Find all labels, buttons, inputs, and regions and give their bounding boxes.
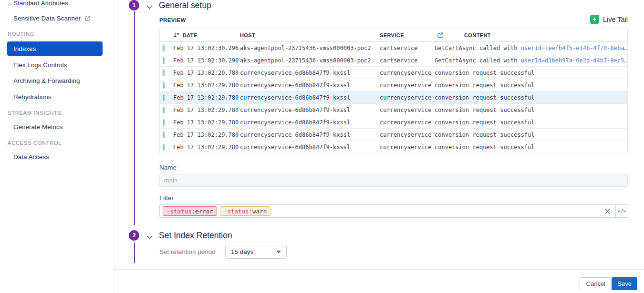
log-service: currencyservice bbox=[380, 94, 435, 101]
log-userid-link[interactable]: userId=1eefb4f5-e14b-4f70-8eba… bbox=[521, 45, 627, 51]
log-content: conversion request successful bbox=[435, 119, 627, 126]
log-service: currencyservice bbox=[380, 82, 435, 89]
filter-tag-exclude-status-warn[interactable]: -status:warn bbox=[220, 206, 270, 216]
code-view-button[interactable]: </> bbox=[616, 204, 628, 218]
log-host: aks-agentpool-23715436-vmss000003-poc2 bbox=[240, 45, 380, 51]
log-host: currencyservice-6d86b847f9-kxssl bbox=[240, 82, 380, 89]
column-header-service: SERVICE bbox=[380, 32, 437, 38]
table-row[interactable]: Feb 17 13:02:29.780 currencyservice-6d86… bbox=[160, 128, 627, 141]
log-content: conversion request successful bbox=[435, 131, 627, 138]
filter-tag-facet: -status: bbox=[166, 208, 195, 215]
log-date: Feb 17 13:02:30.296 bbox=[160, 45, 240, 51]
log-host: currencyservice-6d86b847f9-kxssl bbox=[240, 94, 380, 101]
log-message: conversion request successful bbox=[435, 144, 535, 151]
sidebar-item-label: Generate Metrics bbox=[13, 123, 63, 131]
sidebar-item-rehydrations[interactable]: Rehydrations bbox=[13, 93, 52, 101]
log-service: currencyservice bbox=[380, 144, 435, 151]
log-content: conversion request successful bbox=[435, 94, 627, 101]
step-2-badge: 2 bbox=[129, 230, 139, 241]
name-field-label: Name bbox=[159, 164, 177, 171]
log-message: conversion request successful bbox=[435, 131, 535, 138]
filter-query-input[interactable]: -status:error -status:warn bbox=[159, 204, 616, 218]
sidebar-item-label: Indexes bbox=[7, 45, 36, 52]
log-date: Feb 17 13:02:29.780 bbox=[160, 131, 240, 138]
clear-filter-icon[interactable] bbox=[604, 208, 611, 214]
log-host: aks-agentpool-23715436-vmss000003-poc2 bbox=[240, 57, 380, 64]
log-status-bar bbox=[163, 131, 165, 138]
log-host: currencyservice-6d86b847f9-kxssl bbox=[240, 131, 380, 138]
settings-sidebar: Standard Attributes Sensitive Data Scann… bbox=[0, 0, 114, 293]
log-status-bar bbox=[163, 57, 165, 64]
retention-period-value: 15 days bbox=[226, 248, 276, 255]
name-input[interactable] bbox=[159, 174, 628, 187]
sidebar-item-flex-logs-controls[interactable]: Flex Logs Controls bbox=[13, 61, 67, 69]
retention-period-select[interactable]: 15 days bbox=[225, 245, 287, 259]
table-row[interactable]: Feb 17 13:02:29.780 currencyservice-6d86… bbox=[160, 79, 627, 91]
index-config-panel: 1 General setup PREVIEW Live Tail DATE H… bbox=[114, 0, 644, 293]
chevron-down-icon[interactable] bbox=[146, 233, 153, 242]
log-date: Feb 17 13:02:29.780 bbox=[160, 144, 240, 151]
log-message: conversion request successful bbox=[435, 94, 535, 101]
log-status-bar bbox=[163, 107, 165, 113]
dropdown-caret-icon bbox=[276, 251, 281, 253]
log-status-bar bbox=[163, 45, 165, 51]
live-tail-button[interactable]: Live Tail bbox=[590, 15, 628, 24]
table-row[interactable]: Feb 17 13:02:29.780 currencyservice-6d86… bbox=[160, 141, 627, 153]
table-row[interactable]: Feb 17 13:02:29.780 currencyservice-6d86… bbox=[160, 66, 627, 79]
chevron-down-icon[interactable] bbox=[146, 3, 153, 11]
log-message: conversion request successful bbox=[435, 119, 535, 126]
filter-tag-facet: -status: bbox=[224, 208, 252, 215]
filter-tag-value: error bbox=[195, 208, 213, 215]
log-host: currencyservice-6d86b847f9-kxssl bbox=[240, 107, 380, 113]
sidebar-item-standard-attributes[interactable]: Standard Attributes bbox=[13, 0, 68, 7]
log-message: GetCartAsync called with bbox=[435, 45, 521, 51]
live-tail-label: Live Tail bbox=[603, 16, 628, 23]
table-row[interactable]: Feb 17 13:02:29.780 currencyservice-6d86… bbox=[160, 103, 627, 116]
step-connector-line bbox=[134, 242, 135, 263]
log-status-bar bbox=[163, 70, 165, 76]
open-in-log-explorer-icon[interactable] bbox=[437, 32, 464, 39]
log-message: conversion request successful bbox=[435, 107, 535, 113]
log-date: Feb 17 13:02:29.780 bbox=[160, 107, 240, 113]
sidebar-item-indexes[interactable]: Indexes bbox=[7, 41, 103, 56]
sidebar-item-generate-metrics[interactable]: Generate Metrics bbox=[13, 123, 63, 131]
log-content: conversion request successful bbox=[435, 144, 627, 151]
table-header-row: DATE HOST SERVICE CONTENT bbox=[160, 29, 627, 41]
sidebar-item-label: Data Access bbox=[13, 153, 49, 161]
cancel-button[interactable]: Cancel bbox=[580, 277, 612, 290]
sidebar-item-sensitive-data-scanner[interactable]: Sensitive Data Scanner bbox=[13, 15, 91, 22]
table-row[interactable]: Feb 17 13:02:30.296 aks-agentpool-237154… bbox=[160, 41, 627, 54]
sidebar-section-access-control: ACCESS CONTROL bbox=[8, 140, 62, 146]
sidebar-item-data-access[interactable]: Data Access bbox=[13, 153, 49, 161]
table-row[interactable]: Feb 17 13:02:29.780 currencyservice-6d86… bbox=[160, 116, 627, 128]
step-connector-line bbox=[134, 11, 135, 225]
log-service: currencyservice bbox=[380, 70, 435, 76]
retention-period-label: Set retention period bbox=[159, 248, 216, 255]
log-userid-link[interactable]: userId=d1beb97a-6e2d-44b7-8ec5… bbox=[521, 57, 627, 64]
save-button[interactable]: Save bbox=[612, 277, 637, 290]
sidebar-item-archiving-forwarding[interactable]: Archiving & Forwarding bbox=[13, 77, 80, 84]
log-date: Feb 17 13:02:29.780 bbox=[160, 70, 240, 76]
log-service: currencyservice bbox=[380, 119, 435, 126]
filter-tag-value: warn bbox=[252, 208, 267, 215]
log-status-bar bbox=[163, 119, 165, 126]
filter-tag-exclude-status-error[interactable]: -status:error bbox=[163, 206, 217, 216]
column-header-host: HOST bbox=[240, 32, 380, 38]
log-status-bar bbox=[163, 82, 165, 89]
lightning-bolt-icon bbox=[590, 15, 599, 24]
column-header-label: DATE bbox=[183, 32, 197, 38]
step-1-badge: 1 bbox=[129, 0, 139, 10]
log-content: GetCartAsync called with userId=1eefb4f5… bbox=[435, 45, 627, 51]
sidebar-item-label: Sensitive Data Scanner bbox=[13, 15, 81, 22]
sort-descending-icon bbox=[173, 32, 180, 38]
filter-field-label: Filter bbox=[159, 194, 174, 202]
sidebar-section-stream-insights: STREAM INSIGHTS bbox=[8, 110, 62, 116]
log-date: Feb 17 13:02:30.296 bbox=[160, 57, 240, 64]
table-row[interactable]: Feb 17 13:02:30.296 aks-agentpool-237154… bbox=[160, 54, 627, 66]
log-content: conversion request successful bbox=[435, 82, 627, 89]
column-header-date[interactable]: DATE bbox=[160, 32, 240, 38]
table-row-highlighted[interactable]: Feb 17 13:02:29.780 currencyservice-6d86… bbox=[160, 91, 627, 103]
sidebar-item-label: Flex Logs Controls bbox=[13, 61, 67, 69]
preview-label: PREVIEW bbox=[159, 17, 186, 23]
log-preview-table: DATE HOST SERVICE CONTENT Feb 17 13:02:3… bbox=[159, 29, 628, 153]
